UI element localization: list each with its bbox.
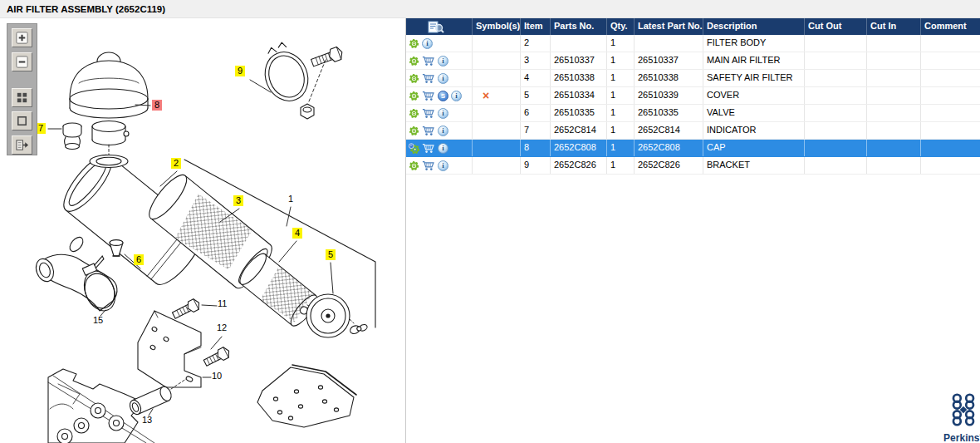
- tile-view-button[interactable]: [12, 88, 32, 107]
- cell-cut-in: [867, 140, 921, 156]
- header-parts-no: Parts No.: [551, 18, 607, 35]
- table-row-item-3[interactable]: i 3 26510337 1 26510337 MAIN AIR FILTER: [406, 52, 980, 70]
- cell-comment: [921, 87, 980, 104]
- cell-latest-part-no: [635, 35, 703, 52]
- cell-qty: 1: [607, 105, 635, 121]
- gear-icon[interactable]: [409, 38, 419, 49]
- gear-icon[interactable]: [409, 91, 419, 101]
- callout-3[interactable]: 3: [233, 195, 243, 206]
- cell-symbol: [473, 35, 521, 52]
- header-cut-in: Cut In: [867, 18, 921, 35]
- row-actions: S i: [406, 87, 473, 104]
- cell-cut-out: [805, 105, 867, 121]
- table-row-item-7[interactable]: i 7 2652C814 1 2652C814 INDICATOR: [406, 122, 980, 140]
- cart-icon[interactable]: [422, 126, 435, 136]
- cell-description: INDICATOR: [703, 122, 805, 139]
- cell-latest-part-no: 26510338: [635, 70, 703, 86]
- row-actions: i: [406, 52, 473, 69]
- tile-view-icon: [15, 91, 29, 105]
- cell-symbol: [473, 157, 521, 174]
- cart-icon[interactable]: [422, 108, 435, 119]
- info-icon[interactable]: i: [451, 91, 462, 101]
- cart-icon[interactable]: [422, 143, 435, 154]
- callout-12: 12: [217, 322, 227, 333]
- cell-comment: [921, 70, 980, 86]
- cell-cut-in: [867, 157, 921, 174]
- cell-cut-out: [805, 52, 867, 69]
- zoom-out-icon: [15, 55, 29, 69]
- gear-icon[interactable]: [409, 126, 419, 136]
- callout-10: 10: [212, 371, 222, 381]
- cell-description: SAFETY AIR FILTER: [703, 70, 805, 86]
- callout-2[interactable]: 2: [171, 158, 181, 169]
- gear-icon[interactable]: [409, 108, 419, 119]
- table-row-item-9[interactable]: i 9 2652C826 1 2652C826 BRACKET: [406, 157, 980, 175]
- header-qty: Qty.: [607, 18, 635, 35]
- cart-icon[interactable]: [422, 56, 435, 66]
- cell-parts-no: 26510335: [551, 105, 607, 121]
- callout-9[interactable]: 9: [235, 66, 245, 76]
- info-icon[interactable]: i: [438, 160, 448, 171]
- cell-description: VALVE: [703, 105, 805, 121]
- gear-icon[interactable]: [409, 56, 419, 66]
- cell-qty: 1: [607, 140, 635, 156]
- callout-6[interactable]: 6: [134, 254, 144, 265]
- cell-latest-part-no: 2652C808: [635, 140, 703, 156]
- info-icon[interactable]: i: [438, 143, 448, 154]
- info-icon[interactable]: i: [438, 108, 448, 119]
- bracket-drawing: [138, 311, 201, 387]
- cell-description: CAP: [703, 140, 805, 156]
- cell-description: BRACKET: [703, 157, 805, 174]
- zoom-in-icon: [15, 31, 29, 45]
- cart-icon[interactable]: [422, 160, 435, 171]
- header-item: Item: [521, 18, 551, 35]
- info-icon[interactable]: i: [422, 38, 433, 49]
- table-row-item-6[interactable]: i 6 26510335 1 26510335 VALVE: [406, 105, 980, 122]
- cart-icon[interactable]: [422, 91, 435, 101]
- info-icon[interactable]: i: [438, 126, 448, 136]
- info-icon[interactable]: i: [438, 56, 448, 66]
- cell-parts-no: 2652C826: [551, 157, 607, 174]
- cell-comment: [921, 140, 980, 156]
- table-row-item-8-selected[interactable]: i 8 2652C808 1 2652C808 CAP: [406, 140, 980, 157]
- cell-description: FILTER BODY: [703, 35, 805, 52]
- gear-selected-icon[interactable]: [409, 143, 419, 154]
- cell-cut-out: [805, 157, 867, 174]
- info-icon[interactable]: i: [438, 73, 448, 84]
- cell-qty: 1: [607, 122, 635, 139]
- cell-comment: [921, 52, 980, 69]
- table-row-item-2[interactable]: i 2 1 FILTER BODY: [406, 35, 980, 52]
- selection-box-button[interactable]: [12, 111, 32, 130]
- callout-4[interactable]: 4: [292, 228, 302, 239]
- cell-parts-no: 26510338: [551, 70, 607, 86]
- row-actions: i: [406, 122, 473, 139]
- gear-icon[interactable]: [409, 73, 419, 84]
- toggle-panel-icon: [15, 138, 29, 152]
- cell-symbol: [473, 122, 521, 139]
- cell-symbol: ×: [473, 87, 521, 104]
- header-latest-part-no: Latest Part No.: [635, 18, 703, 35]
- toggle-panel-button[interactable]: [12, 135, 32, 155]
- cart-icon[interactable]: [422, 73, 435, 84]
- gasket-plate-drawing: [257, 365, 356, 427]
- perkins-logo-text: Perkins®: [938, 431, 980, 443]
- cell-cut-in: [867, 70, 921, 86]
- parts-table: Symbol(s) Item Parts No. Qty. Latest Par…: [406, 18, 980, 175]
- callout-8-selected[interactable]: 8: [152, 100, 162, 111]
- callout-5[interactable]: 5: [326, 249, 336, 260]
- zoom-out-button[interactable]: [12, 52, 32, 71]
- substitute-icon[interactable]: S: [438, 91, 448, 101]
- table-row-item-4[interactable]: i 4 26510338 1 26510338 SAFETY AIR FILTE…: [406, 70, 980, 87]
- header-description: Description: [703, 18, 805, 35]
- zoom-in-button[interactable]: [12, 28, 32, 47]
- perkins-logo: Perkins®: [938, 392, 980, 443]
- selection-box-icon: [15, 114, 29, 128]
- table-row-item-5[interactable]: S i × 5 26510334 1 26510339 COVER: [406, 87, 980, 105]
- header-symbols: Symbol(s): [473, 18, 521, 35]
- gear-icon[interactable]: [409, 160, 419, 171]
- cell-item: 3: [521, 52, 551, 69]
- cell-comment: [921, 105, 980, 121]
- cell-latest-part-no: 26510337: [635, 52, 703, 69]
- cell-cut-in: [867, 122, 921, 139]
- cell-item: 9: [521, 157, 551, 174]
